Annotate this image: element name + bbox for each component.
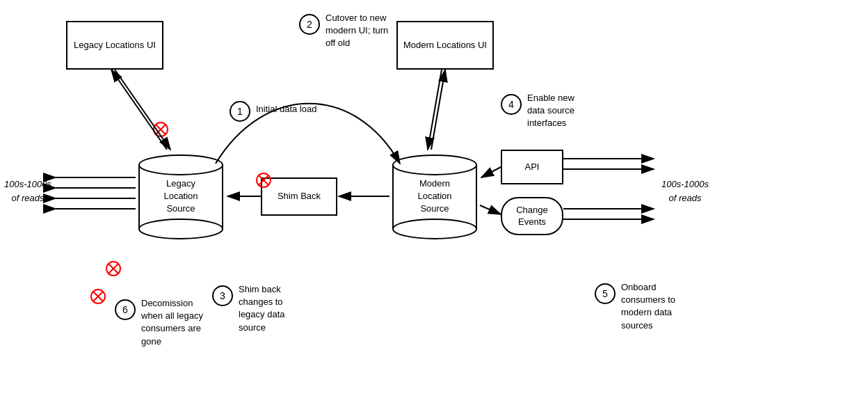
svg-line-9 (480, 205, 501, 214)
x-mark-3 (106, 261, 121, 276)
label-1: Initial data load (256, 103, 316, 116)
svg-point-22 (393, 155, 476, 175)
svg-point-20 (139, 219, 223, 239)
reads-right-label: 100s-1000sof reads (657, 177, 713, 205)
diagram: Legacy Locations UI Modern Locations UI … (0, 0, 868, 396)
x-mark-1 (153, 122, 168, 137)
label-3: Shim backchanges tolegacy datasource (239, 283, 285, 334)
legacy-ui-box: Legacy Locations UI (66, 21, 163, 70)
svg-line-4 (428, 70, 442, 150)
modern-source-cylinder: ModernLocationSource (389, 150, 480, 240)
api-box: API (501, 150, 563, 184)
circle-5: 5 (595, 283, 616, 304)
legacy-source-text: LegacyLocationSource (136, 177, 226, 216)
modern-source-text: ModernLocationSource (389, 177, 480, 216)
x-mark-4 (90, 289, 106, 304)
label-2: Cutover to newmodern UI; turnoff old (326, 12, 388, 50)
modern-ui-label: Modern Locations UI (403, 40, 487, 52)
change-events-label: ChangeEvents (516, 205, 548, 228)
label-6: Decomissionwhen all legacyconsumers areg… (141, 297, 203, 348)
circle-6: 6 (115, 299, 136, 320)
label-4: Enable newdata sourceinterfaces (527, 92, 574, 130)
change-events-box: ChangeEvents (501, 197, 563, 235)
x-mark-2 (256, 173, 271, 188)
modern-ui-box: Modern Locations UI (396, 21, 494, 70)
shim-back-label: Shim Back (278, 191, 321, 203)
label-5: Onboardconsumers tomodern datasources (621, 281, 675, 332)
svg-line-3 (111, 70, 167, 150)
svg-point-23 (393, 219, 476, 239)
reads-left-label: 100s-1000sof reads (3, 177, 52, 205)
svg-point-19 (139, 155, 223, 175)
circle-4: 4 (501, 94, 522, 115)
circle-3: 3 (212, 285, 233, 306)
svg-line-2 (115, 70, 170, 150)
legacy-ui-label: Legacy Locations UI (74, 40, 156, 52)
circle-2: 2 (299, 14, 320, 35)
api-label: API (525, 161, 540, 173)
svg-line-8 (481, 167, 501, 177)
svg-line-5 (431, 70, 445, 150)
shim-back-box: Shim Back (261, 177, 337, 216)
legacy-source-cylinder: LegacyLocationSource (136, 150, 226, 240)
circle-1: 1 (230, 101, 250, 122)
